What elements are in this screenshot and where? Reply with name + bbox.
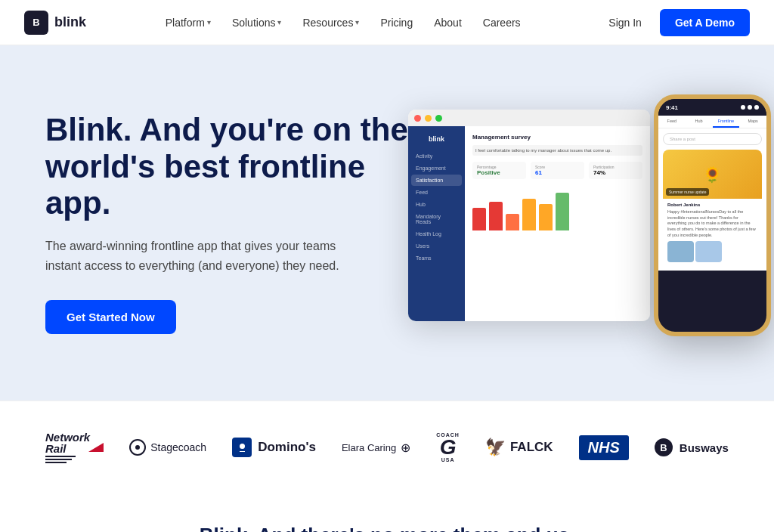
logo-text: blink (54, 14, 86, 30)
desktop-titlebar (408, 110, 650, 126)
post-thumbnail (695, 241, 722, 262)
nhs-box: NHS (579, 435, 629, 460)
logo-icon-letter: B (33, 17, 39, 28)
falck-text: FALCK (510, 440, 553, 455)
phone-status-bar: 9:41 (658, 99, 766, 116)
phone-post-card: 🌻 Summer nurse update Robert Jenkins Hap… (663, 150, 762, 266)
chart-bar (522, 199, 536, 230)
close-window-icon (414, 115, 421, 122)
sidebar-item: Users (411, 240, 462, 252)
post-image-wrapper: 🌻 Summer nurse update (663, 150, 762, 199)
chart-bar (539, 204, 553, 230)
wifi-icon (748, 105, 752, 110)
signal-icon (741, 105, 745, 110)
get-demo-button[interactable]: Get A Demo (660, 9, 750, 36)
chevron-down-icon: ▾ (355, 18, 359, 26)
hero-content: Blink. And you're on the world's best fr… (45, 112, 408, 333)
nav-resources[interactable]: Resources ▾ (293, 12, 368, 33)
sidebar-item: Engagement (411, 162, 462, 174)
sidebar-item: Activity (411, 150, 462, 162)
battery-icon (754, 105, 759, 110)
nav-actions: Sign In Get A Demo (599, 9, 750, 36)
logo-stagecoach: Stagecoach (129, 439, 206, 456)
logo-icon: B (24, 11, 48, 35)
chart-bar (472, 208, 486, 230)
logo-coachusa: COACH G USA (436, 432, 460, 462)
phone-post-area: Share a post 🌻 Summer nurse update Rober… (658, 128, 766, 271)
nav-careers[interactable]: Careers (474, 12, 530, 33)
nhs-text: NHS (588, 439, 620, 456)
phone-nav-tabs: Feed Hub Frontline Maps (658, 116, 766, 128)
falck-eagle-icon: 🦅 (485, 438, 506, 457)
busways-logo-icon: B (655, 438, 673, 456)
post-images-grid (667, 241, 757, 262)
nav-platform[interactable]: Platform ▾ (156, 12, 220, 33)
elara-icon: ⊕ (401, 441, 410, 455)
post-thumbnail (667, 241, 694, 262)
share-post-input[interactable]: Share a post (663, 133, 762, 145)
sidebar-item-active: Satisfaction (411, 175, 462, 186)
sidebar-brand: blink (408, 132, 465, 146)
hero-title: Blink. And you're on the world's best fr… (45, 112, 408, 221)
chevron-down-icon: ▾ (207, 18, 211, 26)
get-started-button[interactable]: Get Started Now (45, 300, 176, 334)
chevron-down-icon: ▾ (277, 18, 281, 26)
sunflower-icon: 🌻 (703, 165, 722, 184)
metric-card-positive: Percentage Positive (472, 162, 526, 179)
desktop-sidebar: blink Activity Engagement Satisfaction F… (408, 126, 465, 321)
sign-in-button[interactable]: Sign In (599, 12, 651, 33)
logo-falck: 🦅 FALCK (485, 438, 553, 457)
hero-images: blink Activity Engagement Satisfaction F… (408, 94, 771, 351)
sidebar-item: Teams (411, 252, 462, 264)
nav-links: Platform ▾ Solutions ▾ Resources ▾ Prici… (156, 12, 530, 33)
metric-card-participation: Participation 74% (589, 162, 642, 179)
coachusa-c: G (440, 438, 457, 456)
logo-nhs: NHS (579, 435, 629, 460)
sidebar-item: Hub (411, 199, 462, 210)
phone-tab-hub: Hub (686, 116, 713, 128)
phone-status-icons (741, 105, 759, 110)
phone-time: 9:41 (666, 104, 678, 111)
survey-metrics: Percentage Positive Score 61 Participati… (472, 162, 642, 179)
logo-elara-caring: Elara Caring ⊕ (342, 441, 410, 455)
phone-mockup: 9:41 Feed Hub Frontline Maps Share a pos… (654, 94, 771, 336)
dominos-icon (232, 438, 252, 457)
desktop-mockup: blink Activity Engagement Satisfaction F… (408, 110, 650, 321)
dominos-text: Domino's (258, 440, 316, 455)
phone-tab-feed: Feed (658, 116, 686, 128)
chart-area (472, 185, 642, 230)
nav-pricing[interactable]: Pricing (371, 12, 422, 33)
chart-bar (489, 202, 503, 230)
phone-tab-maps: Maps (739, 116, 766, 128)
networkrail-text: NetworkRail (45, 431, 90, 454)
sidebar-item: Health Log (411, 228, 462, 240)
hero-subtitle: The award-winning frontline app that giv… (45, 237, 348, 275)
elara-text: Elara Caring (342, 442, 396, 453)
metric-card-score: Score 61 (531, 162, 584, 179)
post-overlay-tag: Summer nurse update (666, 188, 709, 196)
networkrail-chevron-icon (88, 443, 104, 452)
phone-tab-frontline: Frontline (713, 116, 740, 128)
survey-title: Management survey (472, 134, 642, 141)
nav-solutions[interactable]: Solutions ▾ (223, 12, 291, 33)
chart-bar (556, 193, 569, 230)
post-author: Robert Jenkins (667, 203, 757, 207)
nav-about[interactable]: About (425, 12, 471, 33)
logos-section: NetworkRail Stagecoach Domino's Elar (0, 401, 774, 493)
post-text: Happy #InternationalNursesDay to all the… (667, 209, 757, 238)
phone-content: Share a post 🌻 Summer nurse update Rober… (658, 128, 766, 271)
sidebar-item: Feed (411, 187, 462, 198)
stagecoach-circle-icon (129, 439, 146, 456)
bottom-tagline: Blink. And there's no more them and us. (0, 524, 774, 532)
coachusa-bottom: USA (441, 457, 455, 462)
logo-dominos: Domino's (232, 438, 316, 457)
logo-link[interactable]: B blink (24, 11, 86, 35)
desktop-main-content: Management survey I feel comfortable tal… (465, 126, 650, 321)
networkrail-lines (45, 456, 90, 463)
busways-text: Busways (680, 441, 729, 454)
desktop-app-body: blink Activity Engagement Satisfaction F… (408, 126, 650, 321)
minimize-window-icon (425, 115, 432, 122)
stagecoach-text: Stagecoach (150, 441, 206, 453)
logo-busways: B Busways (655, 438, 729, 456)
chart-bar (506, 214, 519, 230)
